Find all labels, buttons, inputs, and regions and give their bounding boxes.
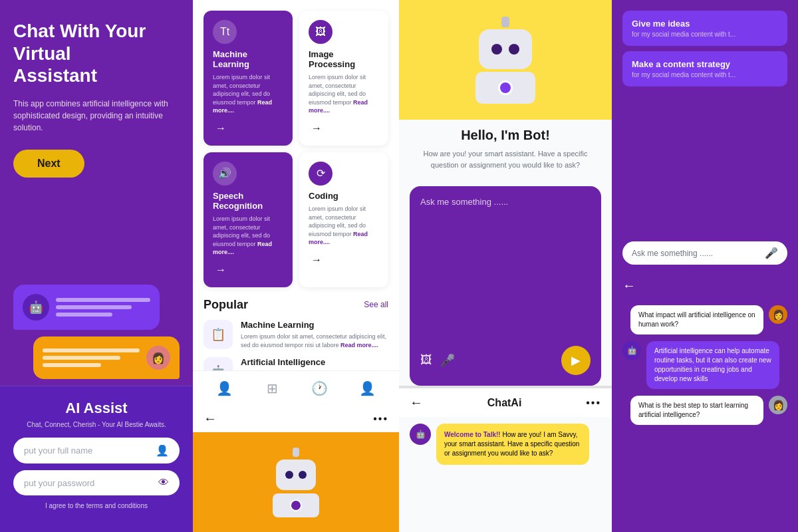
ip-title: Image Processing [309, 49, 379, 69]
user-msg-2: What is the best step to start learning … [622, 396, 787, 425]
user-bubble-2: What is the best step to start learning … [630, 396, 763, 425]
feature-card-ip[interactable]: 🖼 Image Processing Lorem ipsum dolor sit… [299, 11, 388, 146]
chat-bubble-user: 👩 [33, 336, 180, 379]
panel-chat-ai: ← ChatAi ••• 🤖 Welcome to Talk!! How are… [399, 386, 612, 532]
user-icon: 👤 [156, 444, 169, 457]
bottom-navigation: 👤 ⊞ 🕐 👤 [193, 370, 399, 406]
suggestion-card-1[interactable]: Give me ideas for my social media conten… [622, 11, 787, 46]
features-grid: Tt Machine Learning Lorem ipsum dolor si… [203, 11, 388, 287]
nav-home-icon[interactable]: 👤 [215, 379, 234, 398]
chat-history: What impact will artificial intelligence… [612, 299, 798, 532]
password-placeholder: put your password [24, 478, 94, 488]
features-section: Tt Machine Learning Lorem ipsum dolor si… [193, 0, 399, 370]
chat-ai-title: ChatAi [487, 397, 522, 409]
chat-ai-header: ← ChatAi ••• [399, 388, 612, 417]
chat-line [56, 298, 150, 302]
see-all-link[interactable]: See all [364, 300, 388, 309]
bot-msg-1: 🤖 Artificial intelligence can help autom… [622, 341, 787, 389]
ml-desc: Lorem ipsum dolor sit amet, consectetur … [213, 73, 283, 115]
panel-right-chat: Give me ideas for my social media conten… [612, 0, 798, 532]
bot-bubble-1: Artificial intelligence can help automat… [646, 341, 779, 389]
back-arrow-icon[interactable]: ← [203, 411, 217, 426]
panel-features: Tt Machine Learning Lorem ipsum dolor si… [193, 0, 399, 532]
ip-desc: Lorem ipsum dolor sit amet, consectetur … [309, 73, 379, 115]
welcome-bubble: Welcome to Talk!! How are you! I am Savv… [436, 424, 589, 465]
user-avatar: 👩 [146, 346, 170, 370]
coding-arrow[interactable]: → [309, 252, 325, 268]
popular-title: Popular [203, 298, 248, 312]
popular-ml-title: Machine Learning [241, 320, 388, 330]
bot-image-area [193, 432, 399, 532]
feature-card-coding[interactable]: ⟳ Coding Lorem ipsum dolor sit amet, con… [299, 152, 388, 287]
feature-card-ml[interactable]: Tt Machine Learning Lorem ipsum dolor si… [203, 11, 293, 146]
robot-hero-head [479, 29, 532, 69]
ml-title: Machine Learning [213, 49, 283, 69]
sr-arrow[interactable]: → [213, 262, 229, 278]
popular-ml-desc: Lorem ipsum dolor sit amet, consectetur … [241, 332, 388, 349]
chat-history-back[interactable]: ← [622, 278, 636, 293]
bot-hero-text: Hello, I'm Bot! How are you! your smart … [399, 120, 612, 186]
chat-message-area: 🤖 Welcome to Talk!! How are you! I am Sa… [399, 417, 612, 532]
ai-assist-sub: Chat, Connect, Cherish - Your AI Bestie … [13, 421, 180, 428]
feature-card-sr[interactable]: 🔊 Speech Recognition Lorem ipsum dolor s… [203, 152, 293, 287]
suggestion-card-2[interactable]: Make a content strategy for my social me… [622, 51, 787, 86]
chat-bubble-bot: 🤖 [13, 285, 160, 330]
panel-onboarding: Chat With Your Virtual Assistant This ap… [0, 0, 193, 532]
eye-icon: 👁 [158, 477, 169, 489]
popular-ml-icon: 📋 [203, 320, 233, 349]
suggestions-area: Give me ideas for my social media conten… [612, 0, 798, 241]
suggestion-2-title: Make a content strategy [632, 59, 778, 69]
sr-title: Speech Recognition [213, 191, 283, 211]
popular-header: Popular See all [203, 298, 388, 312]
coding-icon: ⟳ [309, 162, 332, 186]
chat-back-row: ← [612, 273, 798, 299]
popular-item-ai[interactable]: 🤖 Artificial Intelligence Lorem ipsum do… [203, 357, 388, 370]
bot-hero-image [399, 0, 612, 120]
chat-line [56, 305, 132, 309]
nav-clock-icon[interactable]: 🕐 [311, 379, 329, 398]
mic-input-icon[interactable]: 🎤 [440, 353, 455, 368]
send-button[interactable]: ▶ [561, 346, 591, 375]
robot-illustration [273, 448, 319, 517]
ip-arrow[interactable]: → [309, 120, 325, 136]
ai-assist-section: AI Assist Chat, Connect, Cherish - Your … [0, 386, 193, 532]
next-button[interactable]: Next [13, 150, 84, 178]
ask-actions: 🖼 🎤 ▶ [420, 346, 591, 375]
ask-icons-group: 🖼 🎤 [420, 353, 455, 368]
nav-grid-icon[interactable]: ⊞ [263, 379, 281, 398]
user-msg-1: What impact will artificial intelligence… [622, 305, 787, 334]
chat-back-arrow[interactable]: ← [410, 395, 423, 410]
robot-hero-eye-left [491, 44, 502, 55]
robot-eyes [285, 471, 307, 479]
bot-greeting: Hello, I'm Bot! [461, 128, 550, 143]
ai-assist-title: AI Assist [13, 400, 180, 417]
password-input[interactable]: put your password 👁 [13, 470, 180, 495]
ml-arrow[interactable]: → [213, 120, 229, 136]
welcome-bold: Welcome to Talk!! [444, 431, 501, 438]
chat-illustration: 🤖 👩 [13, 285, 180, 379]
chat-more-options[interactable]: ••• [586, 397, 601, 409]
ask-input-text: Ask me something ...... [632, 249, 765, 258]
popular-ml-content: Machine Learning Lorem ipsum dolor sit a… [241, 320, 388, 349]
ask-box[interactable]: Ask me something ...... 🖼 🎤 ▶ [410, 186, 601, 386]
chat-line [56, 313, 112, 317]
bot-sub: How are you! your smart assistant. Have … [412, 148, 598, 170]
mic-icon[interactable]: 🎤 [765, 247, 778, 259]
more-options-icon[interactable]: ••• [373, 413, 388, 425]
user-bubble-1: What impact will artificial intelligence… [630, 305, 763, 334]
suggestion-1-title: Give me ideas [632, 19, 778, 29]
nav-profile-icon[interactable]: 👤 [358, 379, 376, 398]
popular-ai-title: Artificial Intelligence [241, 357, 388, 367]
fullname-input[interactable]: put your full name 👤 [13, 438, 180, 464]
robot-hero-chest [498, 80, 513, 95]
bot-chat-avatar: 🤖 [410, 424, 431, 445]
chat-lines-right [43, 348, 140, 367]
popular-item-ml[interactable]: 📋 Machine Learning Lorem ipsum dolor sit… [203, 320, 388, 349]
ask-input-row[interactable]: Ask me something ...... 🎤 [622, 241, 787, 265]
ask-placeholder: Ask me something ...... [420, 197, 591, 207]
suggestion-2-sub: for my social media content with t... [632, 71, 778, 78]
chat-line [43, 363, 101, 367]
image-upload-icon[interactable]: 🖼 [420, 353, 432, 368]
robot-eye-left [285, 471, 293, 479]
sr-icon: 🔊 [213, 162, 237, 186]
